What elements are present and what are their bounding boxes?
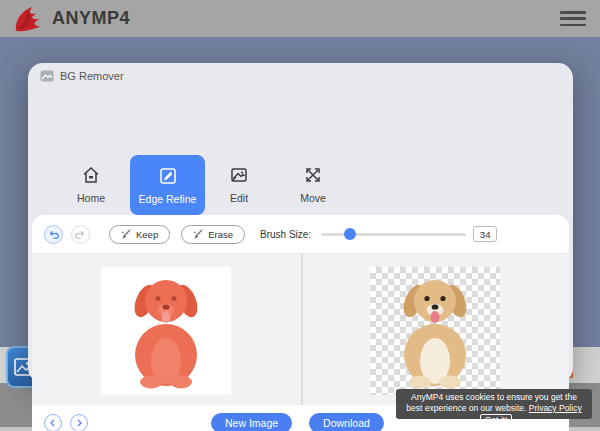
brand-name: ANYMP4: [52, 8, 130, 29]
modal-title-row: BG Remover: [40, 70, 124, 82]
erase-button-label: Erase: [208, 229, 233, 240]
keep-button-label: Keep: [136, 229, 158, 240]
keep-button[interactable]: Keep: [109, 225, 170, 244]
photo-icon: [40, 70, 54, 82]
keep-brush-icon: [121, 229, 132, 239]
redo-icon: [75, 229, 86, 240]
edit-pen-icon: [158, 166, 178, 186]
brush-size-slider-thumb[interactable]: [344, 228, 356, 240]
brand-logo[interactable]: ANYMP4: [12, 4, 130, 34]
tab-edge-refine-label: Edge Refine: [139, 193, 197, 205]
preview-panel: [301, 254, 570, 405]
panel-divider: [301, 254, 303, 405]
redo-button[interactable]: [71, 225, 90, 244]
tab-home-label: Home: [77, 192, 105, 204]
tab-edit[interactable]: Edit: [207, 155, 271, 213]
tab-edit-label: Edit: [230, 192, 248, 204]
preview-canvas: [370, 267, 500, 395]
screen: ANYMP4 BG Remover Home: [0, 0, 600, 431]
got-it-button[interactable]: Got it!: [480, 414, 513, 426]
tab-move-label: Move: [300, 192, 326, 204]
undo-button[interactable]: [44, 225, 63, 244]
brush-size-value[interactable]: 34: [473, 226, 497, 242]
tab-home[interactable]: Home: [59, 155, 123, 213]
site-header: ANYMP4: [0, 0, 600, 37]
image-panels: [32, 254, 569, 405]
dog-mask-image: [114, 271, 218, 391]
erase-button[interactable]: Erase: [181, 225, 245, 244]
move-arrows-icon: [303, 165, 323, 185]
cookie-notice: AnyMP4 uses cookies to ensure you get th…: [396, 389, 592, 419]
toolbar: Keep Erase Brush Size: 34: [32, 215, 569, 253]
chevron-left-icon: [49, 419, 57, 427]
bg-remover-modal: BG Remover Home Edge Refine: [28, 63, 573, 383]
mask-panel: [32, 254, 301, 405]
anymp4-fox-icon: [12, 4, 48, 34]
home-icon: [81, 165, 101, 185]
brush-size-label: Brush Size:: [260, 229, 311, 240]
privacy-policy-link[interactable]: Privacy Policy: [529, 403, 582, 413]
brush-size-slider[interactable]: [321, 233, 466, 236]
download-button[interactable]: Download: [309, 413, 384, 431]
next-image-button[interactable]: [70, 414, 88, 431]
previous-image-button[interactable]: [44, 414, 62, 431]
erase-brush-icon: [193, 229, 204, 239]
modal-title: BG Remover: [60, 70, 124, 82]
dog-result-image: [383, 271, 487, 391]
tab-edge-refine[interactable]: Edge Refine: [130, 155, 205, 215]
mask-canvas[interactable]: [101, 267, 231, 395]
tab-move[interactable]: Move: [281, 155, 345, 213]
image-icon: [229, 165, 249, 185]
new-image-button[interactable]: New Image: [211, 413, 292, 431]
menu-icon[interactable]: [560, 11, 586, 26]
chevron-right-icon: [75, 419, 83, 427]
undo-icon: [48, 229, 59, 240]
